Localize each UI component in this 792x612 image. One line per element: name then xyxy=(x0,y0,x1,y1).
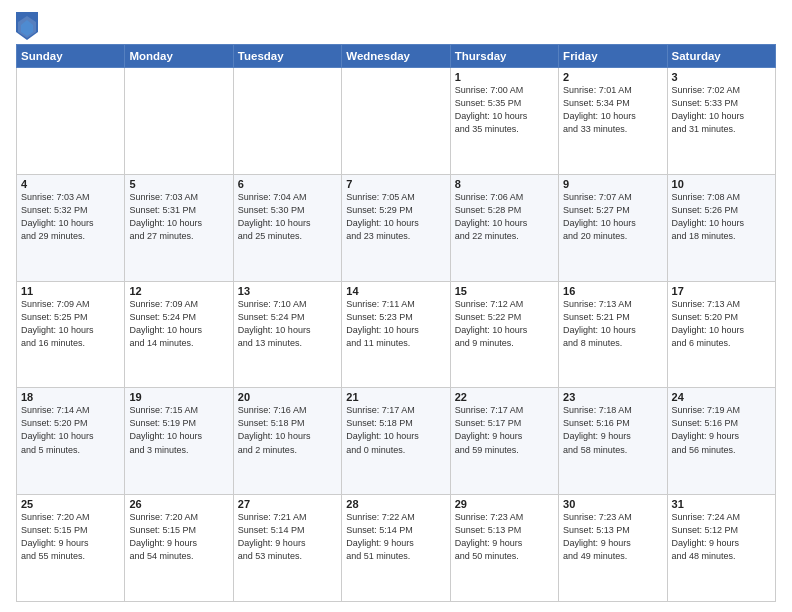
calendar-cell-1-2 xyxy=(125,68,233,175)
calendar-cell-4-6: 23Sunrise: 7:18 AMSunset: 5:16 PMDayligh… xyxy=(559,388,667,495)
day-info: Sunrise: 7:22 AMSunset: 5:14 PMDaylight:… xyxy=(346,511,445,563)
calendar-cell-4-2: 19Sunrise: 7:15 AMSunset: 5:19 PMDayligh… xyxy=(125,388,233,495)
calendar-cell-3-6: 16Sunrise: 7:13 AMSunset: 5:21 PMDayligh… xyxy=(559,281,667,388)
day-number: 17 xyxy=(672,285,771,297)
day-info: Sunrise: 7:11 AMSunset: 5:23 PMDaylight:… xyxy=(346,298,445,350)
calendar-cell-4-7: 24Sunrise: 7:19 AMSunset: 5:16 PMDayligh… xyxy=(667,388,775,495)
day-info: Sunrise: 7:02 AMSunset: 5:33 PMDaylight:… xyxy=(672,84,771,136)
day-info: Sunrise: 7:23 AMSunset: 5:13 PMDaylight:… xyxy=(455,511,554,563)
page: SundayMondayTuesdayWednesdayThursdayFrid… xyxy=(0,0,792,612)
logo-icon xyxy=(16,12,38,40)
calendar-cell-2-6: 9Sunrise: 7:07 AMSunset: 5:27 PMDaylight… xyxy=(559,174,667,281)
day-number: 15 xyxy=(455,285,554,297)
calendar-cell-3-2: 12Sunrise: 7:09 AMSunset: 5:24 PMDayligh… xyxy=(125,281,233,388)
day-number: 12 xyxy=(129,285,228,297)
day-info: Sunrise: 7:08 AMSunset: 5:26 PMDaylight:… xyxy=(672,191,771,243)
calendar-week-1: 1Sunrise: 7:00 AMSunset: 5:35 PMDaylight… xyxy=(17,68,776,175)
day-number: 26 xyxy=(129,498,228,510)
day-number: 4 xyxy=(21,178,120,190)
day-info: Sunrise: 7:04 AMSunset: 5:30 PMDaylight:… xyxy=(238,191,337,243)
day-info: Sunrise: 7:03 AMSunset: 5:32 PMDaylight:… xyxy=(21,191,120,243)
day-info: Sunrise: 7:16 AMSunset: 5:18 PMDaylight:… xyxy=(238,404,337,456)
day-info: Sunrise: 7:20 AMSunset: 5:15 PMDaylight:… xyxy=(21,511,120,563)
day-number: 28 xyxy=(346,498,445,510)
calendar-header-tuesday: Tuesday xyxy=(233,45,341,68)
day-info: Sunrise: 7:05 AMSunset: 5:29 PMDaylight:… xyxy=(346,191,445,243)
calendar-cell-1-5: 1Sunrise: 7:00 AMSunset: 5:35 PMDaylight… xyxy=(450,68,558,175)
calendar-cell-5-2: 26Sunrise: 7:20 AMSunset: 5:15 PMDayligh… xyxy=(125,495,233,602)
day-info: Sunrise: 7:21 AMSunset: 5:14 PMDaylight:… xyxy=(238,511,337,563)
calendar-header-saturday: Saturday xyxy=(667,45,775,68)
day-info: Sunrise: 7:14 AMSunset: 5:20 PMDaylight:… xyxy=(21,404,120,456)
day-info: Sunrise: 7:01 AMSunset: 5:34 PMDaylight:… xyxy=(563,84,662,136)
calendar-cell-5-1: 25Sunrise: 7:20 AMSunset: 5:15 PMDayligh… xyxy=(17,495,125,602)
calendar-header-monday: Monday xyxy=(125,45,233,68)
calendar-cell-3-4: 14Sunrise: 7:11 AMSunset: 5:23 PMDayligh… xyxy=(342,281,450,388)
calendar-table: SundayMondayTuesdayWednesdayThursdayFrid… xyxy=(16,44,776,602)
calendar-cell-5-5: 29Sunrise: 7:23 AMSunset: 5:13 PMDayligh… xyxy=(450,495,558,602)
day-number: 8 xyxy=(455,178,554,190)
day-info: Sunrise: 7:15 AMSunset: 5:19 PMDaylight:… xyxy=(129,404,228,456)
calendar-cell-3-7: 17Sunrise: 7:13 AMSunset: 5:20 PMDayligh… xyxy=(667,281,775,388)
day-info: Sunrise: 7:12 AMSunset: 5:22 PMDaylight:… xyxy=(455,298,554,350)
day-info: Sunrise: 7:03 AMSunset: 5:31 PMDaylight:… xyxy=(129,191,228,243)
calendar-cell-2-7: 10Sunrise: 7:08 AMSunset: 5:26 PMDayligh… xyxy=(667,174,775,281)
header xyxy=(16,10,776,40)
calendar-week-2: 4Sunrise: 7:03 AMSunset: 5:32 PMDaylight… xyxy=(17,174,776,281)
day-info: Sunrise: 7:18 AMSunset: 5:16 PMDaylight:… xyxy=(563,404,662,456)
day-number: 20 xyxy=(238,391,337,403)
calendar-cell-4-1: 18Sunrise: 7:14 AMSunset: 5:20 PMDayligh… xyxy=(17,388,125,495)
calendar-week-3: 11Sunrise: 7:09 AMSunset: 5:25 PMDayligh… xyxy=(17,281,776,388)
day-info: Sunrise: 7:00 AMSunset: 5:35 PMDaylight:… xyxy=(455,84,554,136)
logo xyxy=(16,12,40,40)
day-info: Sunrise: 7:19 AMSunset: 5:16 PMDaylight:… xyxy=(672,404,771,456)
calendar-cell-5-7: 31Sunrise: 7:24 AMSunset: 5:12 PMDayligh… xyxy=(667,495,775,602)
calendar-cell-1-1 xyxy=(17,68,125,175)
day-info: Sunrise: 7:20 AMSunset: 5:15 PMDaylight:… xyxy=(129,511,228,563)
day-number: 29 xyxy=(455,498,554,510)
calendar-cell-3-5: 15Sunrise: 7:12 AMSunset: 5:22 PMDayligh… xyxy=(450,281,558,388)
calendar-cell-5-3: 27Sunrise: 7:21 AMSunset: 5:14 PMDayligh… xyxy=(233,495,341,602)
calendar-cell-1-3 xyxy=(233,68,341,175)
calendar-header-wednesday: Wednesday xyxy=(342,45,450,68)
calendar-cell-4-3: 20Sunrise: 7:16 AMSunset: 5:18 PMDayligh… xyxy=(233,388,341,495)
calendar-cell-1-7: 3Sunrise: 7:02 AMSunset: 5:33 PMDaylight… xyxy=(667,68,775,175)
day-info: Sunrise: 7:07 AMSunset: 5:27 PMDaylight:… xyxy=(563,191,662,243)
day-info: Sunrise: 7:13 AMSunset: 5:20 PMDaylight:… xyxy=(672,298,771,350)
calendar-cell-2-2: 5Sunrise: 7:03 AMSunset: 5:31 PMDaylight… xyxy=(125,174,233,281)
day-info: Sunrise: 7:09 AMSunset: 5:24 PMDaylight:… xyxy=(129,298,228,350)
day-info: Sunrise: 7:17 AMSunset: 5:18 PMDaylight:… xyxy=(346,404,445,456)
day-number: 7 xyxy=(346,178,445,190)
day-number: 27 xyxy=(238,498,337,510)
day-info: Sunrise: 7:09 AMSunset: 5:25 PMDaylight:… xyxy=(21,298,120,350)
day-number: 31 xyxy=(672,498,771,510)
day-number: 24 xyxy=(672,391,771,403)
calendar-week-4: 18Sunrise: 7:14 AMSunset: 5:20 PMDayligh… xyxy=(17,388,776,495)
day-number: 3 xyxy=(672,71,771,83)
day-info: Sunrise: 7:10 AMSunset: 5:24 PMDaylight:… xyxy=(238,298,337,350)
day-number: 10 xyxy=(672,178,771,190)
day-number: 9 xyxy=(563,178,662,190)
calendar-cell-4-5: 22Sunrise: 7:17 AMSunset: 5:17 PMDayligh… xyxy=(450,388,558,495)
calendar-cell-1-4 xyxy=(342,68,450,175)
day-number: 23 xyxy=(563,391,662,403)
day-info: Sunrise: 7:06 AMSunset: 5:28 PMDaylight:… xyxy=(455,191,554,243)
calendar-cell-2-4: 7Sunrise: 7:05 AMSunset: 5:29 PMDaylight… xyxy=(342,174,450,281)
day-number: 5 xyxy=(129,178,228,190)
day-number: 2 xyxy=(563,71,662,83)
day-number: 1 xyxy=(455,71,554,83)
day-info: Sunrise: 7:17 AMSunset: 5:17 PMDaylight:… xyxy=(455,404,554,456)
day-number: 13 xyxy=(238,285,337,297)
day-number: 19 xyxy=(129,391,228,403)
calendar-header-thursday: Thursday xyxy=(450,45,558,68)
day-info: Sunrise: 7:13 AMSunset: 5:21 PMDaylight:… xyxy=(563,298,662,350)
calendar-cell-2-1: 4Sunrise: 7:03 AMSunset: 5:32 PMDaylight… xyxy=(17,174,125,281)
day-number: 6 xyxy=(238,178,337,190)
calendar-header-friday: Friday xyxy=(559,45,667,68)
day-info: Sunrise: 7:24 AMSunset: 5:12 PMDaylight:… xyxy=(672,511,771,563)
calendar-cell-5-4: 28Sunrise: 7:22 AMSunset: 5:14 PMDayligh… xyxy=(342,495,450,602)
day-number: 30 xyxy=(563,498,662,510)
day-number: 16 xyxy=(563,285,662,297)
calendar-cell-3-3: 13Sunrise: 7:10 AMSunset: 5:24 PMDayligh… xyxy=(233,281,341,388)
day-number: 18 xyxy=(21,391,120,403)
